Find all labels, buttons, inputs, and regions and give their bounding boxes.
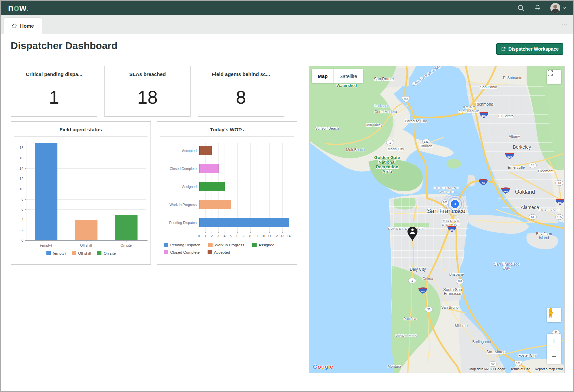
legend-swatch xyxy=(208,243,213,247)
servicenow-logo[interactable]: now. xyxy=(8,4,28,13)
x-category-label: Off shift xyxy=(66,243,106,247)
fullscreen-button[interactable] xyxy=(547,70,561,84)
pegman-button[interactable] xyxy=(547,308,561,322)
logo-dot: . xyxy=(27,7,28,12)
chart-legend: (empty)Off shiftOn site xyxy=(11,251,151,255)
tab-more-button[interactable]: ⋯ xyxy=(562,21,568,28)
tab-home-label: Home xyxy=(20,23,34,29)
map-label: Paradise Cay xyxy=(405,119,427,123)
route-shield-185: 185 xyxy=(556,214,563,220)
map-type-map-button[interactable]: Map xyxy=(312,69,333,83)
bar-Assigned[interactable] xyxy=(199,182,225,191)
map-label: LINDA MAR xyxy=(396,334,417,337)
google-logo-letter: g xyxy=(325,364,328,370)
header-actions xyxy=(517,3,566,13)
y-tick-label: 0 xyxy=(15,238,23,242)
zoom-in-button[interactable]: + xyxy=(547,334,561,349)
map-label: Foster City xyxy=(518,353,536,357)
map-canvas[interactable]: 1015801131580248013880101580185612801011… xyxy=(309,66,565,373)
svg-text:35: 35 xyxy=(427,308,431,311)
map-label: San Pablo xyxy=(480,85,497,89)
kpi-label: Critical pending dispa... xyxy=(17,71,91,77)
bar-(empty)[interactable] xyxy=(35,143,57,240)
dispatcher-workspace-button[interactable]: Dispatcher Workspace xyxy=(496,43,563,55)
map-label: Marin City xyxy=(387,147,404,151)
legend-item: Accepted xyxy=(208,250,230,254)
x-tick-label: 0 xyxy=(196,234,202,238)
avatar xyxy=(550,3,560,13)
x-tick-label: 9 xyxy=(254,234,259,238)
map-label: San Rafael xyxy=(374,77,393,81)
y-tick-label: 14 xyxy=(15,166,23,170)
kpi-value: 1 xyxy=(11,87,97,108)
notifications-bell-icon[interactable] xyxy=(534,4,542,12)
svg-text:61: 61 xyxy=(531,215,534,219)
legend-item: Work In Progress xyxy=(208,243,244,247)
google-logo-letter: o xyxy=(321,364,325,370)
legend-swatch xyxy=(164,250,168,254)
svg-text:80: 80 xyxy=(482,182,485,185)
dispatcher-workspace-label: Dispatcher Workspace xyxy=(508,46,559,52)
svg-text:580: 580 xyxy=(482,114,486,117)
logo-n: n xyxy=(8,3,14,13)
top-header-bar: now. xyxy=(1,1,573,15)
tab-home[interactable]: Home xyxy=(4,18,42,34)
map-label: Alameda xyxy=(521,205,539,210)
kpi-card-critical-pending[interactable]: Critical pending dispa... 1 xyxy=(11,66,97,117)
map-label: Brisbane xyxy=(449,272,464,276)
route-shield-61: 61 xyxy=(529,214,537,220)
x-tick-label: 8 xyxy=(248,234,253,238)
map-label: Montara xyxy=(388,364,401,368)
map-label: Colma xyxy=(422,277,434,281)
legend-swatch xyxy=(208,250,212,254)
route-shield-35: 35 xyxy=(425,307,433,312)
user-menu[interactable] xyxy=(550,3,566,13)
bar-Pending Dispatch[interactable] xyxy=(199,218,289,227)
map-label: Mill Valley xyxy=(366,123,383,127)
map-label: Stinson Beach xyxy=(315,126,339,130)
svg-text:1: 1 xyxy=(411,279,413,282)
route-shield-131: 131 xyxy=(422,139,430,144)
y-category-label: Work In Progress xyxy=(160,203,197,207)
map-label: Watershed xyxy=(337,83,357,88)
x-tick-label: 13 xyxy=(280,234,285,238)
svg-text:580: 580 xyxy=(558,201,562,204)
x-category-label: On site xyxy=(106,243,146,247)
map-label: Daly City xyxy=(410,267,426,272)
map-type-toggle: Map Satellite xyxy=(312,69,363,83)
svg-text:13: 13 xyxy=(558,181,561,185)
x-tick-label: 6 xyxy=(235,234,240,238)
route-shield-24: 24 xyxy=(529,163,537,168)
x-category-label: (empty) xyxy=(26,243,66,247)
legend-swatch xyxy=(164,243,168,247)
map-label: Corte Madera xyxy=(374,110,397,114)
kpi-label: SLAs breached xyxy=(110,71,185,77)
bar-Work In Progress[interactable] xyxy=(199,200,231,209)
zoom-control: + − xyxy=(547,334,561,364)
svg-text:185: 185 xyxy=(557,215,562,219)
map-label: Pacifica xyxy=(403,317,416,321)
bar-Off shift[interactable] xyxy=(75,220,97,240)
svg-text:92: 92 xyxy=(491,362,495,366)
bar-Closed Complete[interactable] xyxy=(199,164,219,173)
route-shield-101: 101 xyxy=(456,279,464,284)
bar-On site[interactable] xyxy=(115,215,137,240)
y-category-label: Accepted xyxy=(160,149,197,153)
legend-swatch xyxy=(46,251,51,255)
y-category-label: Pending Dispatch xyxy=(160,221,197,225)
google-logo[interactable]: Google xyxy=(313,364,333,370)
terms-of-use-link[interactable]: Terms of Use xyxy=(511,367,530,371)
x-tick-label: 3 xyxy=(216,234,221,238)
y-tick-label: 2 xyxy=(15,228,23,232)
bar-Accepted[interactable] xyxy=(199,146,212,155)
kpi-card-slas-breached[interactable]: SLAs breached 18 xyxy=(104,66,191,117)
map-type-satellite-button[interactable]: Satellite xyxy=(333,69,363,83)
report-map-error-link[interactable]: Report a map error xyxy=(535,367,563,371)
kpi-card-agents-behind[interactable]: Field agents behind sc... 8 xyxy=(198,66,284,117)
svg-text:24: 24 xyxy=(531,164,534,167)
zoom-out-button[interactable]: − xyxy=(547,349,561,364)
map-label: Albany xyxy=(509,134,520,138)
map-label: MISSIONDISTRICT xyxy=(442,219,461,226)
x-tick-label: 14 xyxy=(286,234,291,238)
search-icon[interactable] xyxy=(517,4,525,12)
